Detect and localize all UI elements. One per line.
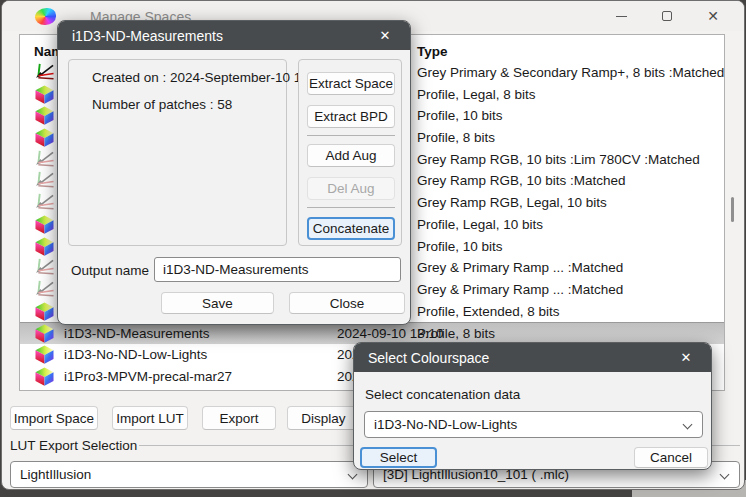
concatenate-button[interactable]: Concatenate	[307, 217, 395, 240]
info-groupbox: Created on : 2024-September-10 13:10 Num…	[68, 59, 287, 246]
minimize-button[interactable]	[598, 1, 644, 31]
colourspace-icon	[35, 324, 54, 343]
output-name-label: Output name	[71, 263, 149, 278]
dialog-close-button[interactable]: ✕	[667, 343, 705, 372]
lut-format-value: LightIllusion	[20, 467, 91, 482]
row-type: Profile, 8 bits	[417, 326, 495, 341]
colourspace-icon	[35, 106, 54, 125]
cancel-button[interactable]: Cancel	[634, 447, 708, 468]
display-button[interactable]: Display	[287, 406, 360, 430]
chevron-down-icon	[720, 470, 730, 480]
select-button[interactable]: Select	[360, 447, 437, 468]
row-type: Profile, Legal, 8 bits	[417, 87, 536, 102]
colourspace-icon	[35, 280, 54, 299]
close-icon: ✕	[681, 350, 692, 365]
row-type: Profile, 10 bits	[417, 239, 503, 254]
row-type: Profile, Legal, 10 bits	[417, 217, 543, 232]
window-controls: ✕	[598, 1, 736, 31]
app-logo-icon	[35, 8, 56, 25]
colourspace-icon	[35, 63, 54, 82]
colourspace-icon	[35, 193, 54, 212]
lut-export-selection-label: LUT Export Selection	[10, 438, 137, 453]
created-on-text: Created on : 2024-September-10 13:10	[92, 70, 328, 85]
list-item[interactable]: i1D3-ND-Measurements 2024-09-10 13:10 Pr…	[20, 322, 724, 344]
extract-space-button[interactable]: Extract Space	[307, 72, 395, 95]
del-aug-button-disabled: Del Aug	[307, 177, 395, 200]
actions-groupbox: Extract Space Extract BPD Add Aug Del Au…	[298, 59, 402, 246]
import-space-button[interactable]: Import Space	[10, 406, 98, 430]
output-name-value: i1D3-ND-Measurements	[163, 262, 309, 277]
colourspace-icon	[35, 367, 54, 386]
extract-bpd-button[interactable]: Extract BPD	[307, 105, 395, 128]
concatenation-data-label: Select concatenation data	[365, 387, 520, 402]
column-header-type[interactable]: Type	[417, 44, 448, 59]
vertical-scrollbar[interactable]	[731, 197, 734, 222]
chevron-down-icon	[683, 420, 693, 430]
output-name-input[interactable]: i1D3-ND-Measurements	[154, 257, 401, 282]
dialog-close-button[interactable]: ✕	[366, 21, 404, 50]
row-name: i1Pro3-MPVM-precal-mar27	[64, 369, 232, 384]
chevron-down-icon	[348, 470, 358, 480]
add-aug-button[interactable]: Add Aug	[307, 144, 395, 167]
dialog-close-footer-button[interactable]: Close	[289, 292, 405, 314]
close-button[interactable]: ✕	[690, 1, 736, 31]
colourspace-icon	[35, 215, 54, 234]
close-icon: ✕	[707, 9, 719, 23]
row-type: Grey Ramp RGB, 10 bits :Matched	[417, 173, 626, 188]
separator	[307, 135, 395, 136]
row-type: Grey Ramp RGB, 10 bits :Lim 780CV :Match…	[417, 152, 700, 167]
maximize-icon	[662, 11, 672, 21]
minimize-icon	[616, 16, 627, 17]
colourspace-icon	[35, 171, 54, 190]
select-colourspace-dialog: Select Colourspace ✕ Select concatenatio…	[353, 342, 712, 470]
maximize-button[interactable]	[644, 1, 690, 31]
row-type: Profile, Extended, 8 bits	[417, 304, 560, 319]
colourspace-dialog-title: Select Colourspace	[368, 350, 489, 366]
import-lut-button[interactable]: Import LUT	[112, 406, 188, 430]
colourspace-icon	[35, 85, 54, 104]
row-type: Grey Ramp RGB, Legal, 10 bits	[417, 195, 607, 210]
concatenation-data-value: i1D3-No-ND-Low-Lights	[374, 417, 517, 432]
close-icon: ✕	[380, 28, 391, 43]
colourspace-icon	[35, 302, 54, 321]
row-type: Grey & Primary Ramp ... :Matched	[417, 282, 623, 297]
row-name: i1D3-ND-Measurements	[64, 326, 210, 341]
row-type: Grey & Primary Ramp ... :Matched	[417, 260, 623, 275]
colourspace-icon	[35, 258, 54, 277]
save-button[interactable]: Save	[161, 292, 274, 314]
colourspace-dialog-titlebar[interactable]: Select Colourspace ✕	[354, 343, 711, 372]
measurements-dialog-title: i1D3-ND-Measurements	[72, 28, 223, 44]
concatenation-data-dropdown[interactable]: i1D3-No-ND-Low-Lights	[364, 411, 703, 438]
colourspace-icon	[35, 345, 54, 364]
lut-format-dropdown[interactable]: LightIllusion	[10, 461, 368, 488]
colourspace-icon	[35, 128, 54, 147]
export-button[interactable]: Export	[202, 406, 276, 430]
colourspace-icon	[35, 150, 54, 169]
patch-count-text: Number of patches : 58	[92, 97, 232, 112]
measurements-dialog: i1D3-ND-Measurements ✕ Created on : 2024…	[57, 20, 411, 325]
colourspace-icon	[35, 237, 54, 256]
row-type: Grey Primary & Secondary Ramp+, 8 bits :…	[417, 65, 724, 80]
row-type: Profile, 8 bits	[417, 130, 495, 145]
separator	[307, 207, 395, 208]
row-name: i1D3-No-ND-Low-Lights	[64, 347, 207, 362]
row-type: Profile, 10 bits	[417, 108, 503, 123]
measurements-dialog-titlebar[interactable]: i1D3-ND-Measurements ✕	[58, 21, 410, 50]
